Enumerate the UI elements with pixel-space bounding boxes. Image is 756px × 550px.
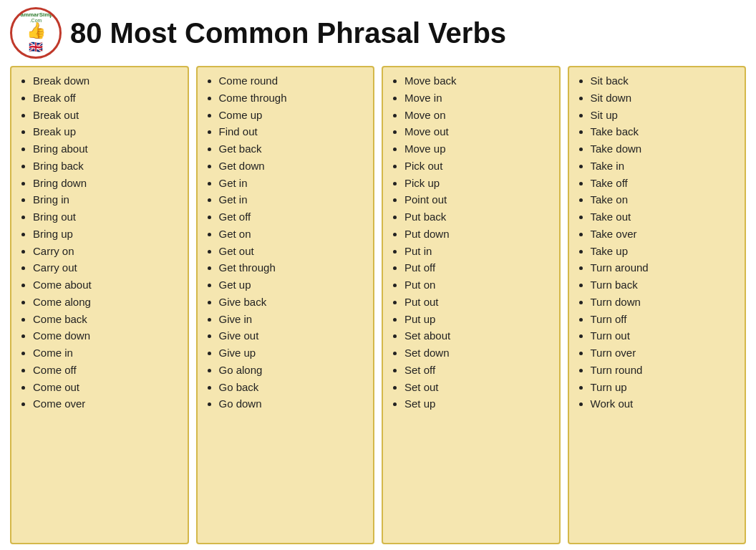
list-item: Set out [404,380,553,395]
list-item: Come down [33,328,182,344]
list-item: Come out [33,380,182,395]
list-item: Turn out [591,328,740,344]
list-item: Come along [33,294,182,310]
list-item: Set down [404,345,553,361]
list-item: Sit down [591,90,740,106]
list-item: Bring in [33,192,182,208]
list-item: Come back [33,312,182,327]
list-item: Give back [219,294,368,310]
list-item: Take up [591,243,740,259]
list-item: Go down [219,396,368,412]
list-item: Get up [219,277,368,293]
column-2-list: Come roundCome throughCome upFind outGet… [206,73,368,412]
list-item: Turn round [591,362,740,378]
logo-flag-icon: 🇬🇧 [29,40,43,54]
list-item: Come through [219,90,368,106]
list-item: Point out [404,192,553,208]
list-item: Find out [219,124,368,140]
list-item: Bring down [33,175,182,191]
list-item: Give out [219,328,368,344]
list-item: Turn off [591,312,740,327]
list-item: Break up [33,124,182,140]
column-4: Sit backSit downSit upTake backTake down… [568,66,747,544]
list-item: Turn around [591,260,740,276]
list-item: Put on [404,277,553,293]
column-1-list: Break downBreak offBreak outBreak upBrin… [20,73,182,412]
logo-thumbs-icon: 👍 [26,23,46,39]
list-item: Get through [219,260,368,276]
list-item: Go back [219,380,368,395]
list-item: Put in [404,243,553,259]
list-item: Put up [404,312,553,327]
list-item: Carry on [33,243,182,259]
list-item: Bring out [33,209,182,225]
list-item: Get in [219,192,368,208]
column-4-list: Sit backSit downSit upTake backTake down… [578,73,740,412]
list-item: Break down [33,73,182,89]
list-item: Work out [591,396,740,412]
list-item: Bring back [33,158,182,174]
list-item: Move in [404,90,553,106]
column-3: Move backMove inMove onMove outMove upPi… [382,66,561,544]
list-item: Move up [404,141,553,157]
list-item: Bring about [33,141,182,157]
page-title: 80 Most Common Phrasal Verbs [70,17,506,49]
list-item: Pick out [404,158,553,174]
list-item: Get on [219,226,368,242]
list-item: Get back [219,141,368,157]
list-item: Come up [219,107,368,123]
logo-text: GrammarSimple [14,12,58,18]
list-item: Move back [404,73,553,89]
list-item: Take out [591,209,740,225]
list-item: Get in [219,175,368,191]
list-item: Break off [33,90,182,106]
list-item: Get down [219,158,368,174]
page: GrammarSimple .Com 👍 🇬🇧 80 Most Common P… [0,0,756,550]
list-item: Take in [591,158,740,174]
list-item: Sit back [591,73,740,89]
list-item: Take on [591,192,740,208]
list-item: Bring up [33,226,182,242]
list-item: Get off [219,209,368,225]
list-item: Come over [33,396,182,412]
logo: GrammarSimple .Com 👍 🇬🇧 [10,7,62,59]
list-item: Come off [33,362,182,378]
list-item: Pick up [404,175,553,191]
list-item: Put off [404,260,553,276]
list-item: Get out [219,243,368,259]
list-item: Come about [33,277,182,293]
list-item: Take down [591,141,740,157]
list-item: Turn over [591,345,740,361]
column-1: Break downBreak offBreak outBreak upBrin… [10,66,189,544]
list-item: Put out [404,294,553,310]
column-3-list: Move backMove inMove onMove outMove upPi… [392,73,553,412]
list-item: Come in [33,345,182,361]
list-item: Come round [219,73,368,89]
list-item: Take over [591,226,740,242]
list-item: Sit up [591,107,740,123]
list-item: Move on [404,107,553,123]
list-item: Put down [404,226,553,242]
list-item: Take back [591,124,740,140]
header: GrammarSimple .Com 👍 🇬🇧 80 Most Common P… [10,7,746,59]
list-item: Carry out [33,260,182,276]
list-item: Take off [591,175,740,191]
list-item: Give up [219,345,368,361]
list-item: Set up [404,396,553,412]
list-item: Set off [404,362,553,378]
list-item: Turn up [591,380,740,395]
list-item: Turn back [591,277,740,293]
list-item: Put back [404,209,553,225]
list-item: Set about [404,328,553,344]
list-item: Give in [219,312,368,327]
list-item: Move out [404,124,553,140]
list-item: Go along [219,362,368,378]
columns-wrapper: Break downBreak offBreak outBreak upBrin… [10,66,746,544]
list-item: Turn down [591,294,740,310]
column-2: Come roundCome throughCome upFind outGet… [196,66,375,544]
list-item: Break out [33,107,182,123]
